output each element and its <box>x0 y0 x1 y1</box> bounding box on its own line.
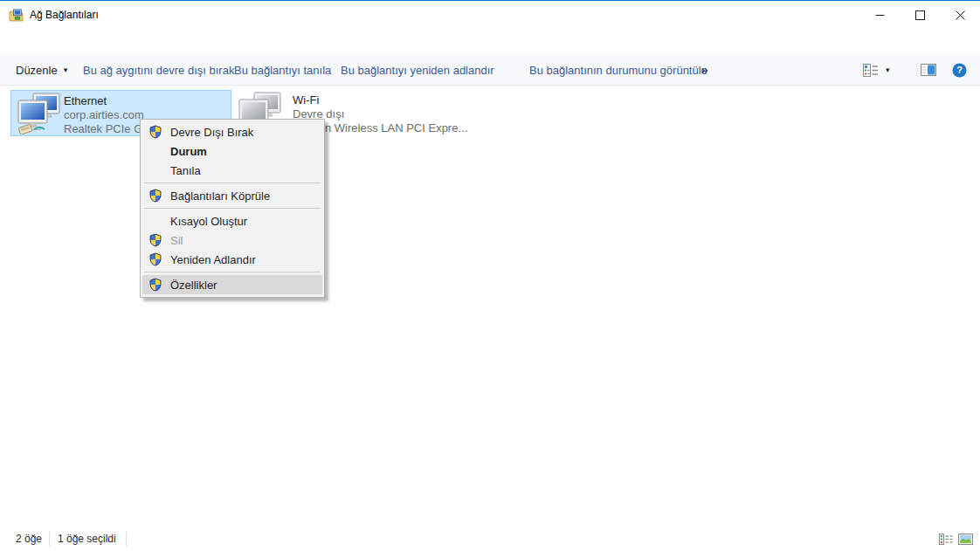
preview-pane-button[interactable] <box>921 55 936 85</box>
maximize-button[interactable] <box>900 2 940 29</box>
uac-shield-icon <box>148 125 162 139</box>
selection-count: 1 öğe seçildi <box>58 533 116 545</box>
svg-text:?: ? <box>956 65 963 75</box>
close-button[interactable] <box>940 2 980 29</box>
connection-status: corp.airties.com <box>64 108 144 121</box>
menu-item-rename[interactable]: Yeniden Adlandır <box>142 250 322 269</box>
menu-item-label: Özellikler <box>170 279 217 292</box>
menu-item-create-shortcut[interactable]: Kısayol Oluştur <box>142 211 322 231</box>
more-commands-button[interactable]: » <box>701 55 708 85</box>
connection-name: Wi-Fi <box>293 93 319 107</box>
command-rename[interactable]: Bu bağlantıyı yeniden adlandır <box>341 55 494 85</box>
minimize-button[interactable] <box>859 2 900 29</box>
connection-name: Ethernet <box>64 94 107 107</box>
title-bar: Ağ Bağlantıları <box>0 2 980 29</box>
menu-item-label: Tanıla <box>170 164 201 177</box>
help-button[interactable]: ? <box>952 55 967 85</box>
menu-item-bridge-connections[interactable]: Bağlantıları Köprüle <box>142 186 322 205</box>
menu-item-label: Sil <box>170 234 183 247</box>
caption-buttons <box>859 2 980 29</box>
menu-item-label: Durum <box>170 145 207 158</box>
item-count: 2 öğe <box>16 533 42 545</box>
chevron-down-icon: ▾ <box>64 65 68 74</box>
menu-separator <box>144 183 321 183</box>
ethernet-adapter-icon <box>17 93 62 137</box>
details-view-icon <box>939 534 953 545</box>
command-disable-device[interactable]: Bu ağ aygıtını devre dışı bırak <box>83 55 234 85</box>
command-view-status[interactable]: Bu bağlantının durumunu görüntüle <box>529 55 707 85</box>
uac-shield-icon <box>148 189 162 203</box>
command-diagnose[interactable]: Bu bağlantıyı tanıla <box>234 55 331 85</box>
menu-item-label: Devre Dışı Bırak <box>170 126 253 139</box>
navigation-bar: › Denetim Masası › Ağ ve Internet › Ağ B… <box>0 29 980 55</box>
items-view[interactable]: Ethernet corp.airties.com Realtek PCIe G… <box>0 86 980 527</box>
menu-item-diagnose[interactable]: Tanıla <box>142 161 322 180</box>
uac-shield-icon <box>148 252 162 266</box>
organize-menu-button[interactable]: Düzenle ▾ <box>16 55 67 85</box>
menu-item-status[interactable]: Durum <box>142 141 322 161</box>
window-title: Ağ Bağlantıları <box>30 9 99 21</box>
uac-shield-icon <box>148 278 162 292</box>
status-bar: 2 öğe 1 öğe seçildi <box>0 527 980 551</box>
menu-item-properties[interactable]: Özellikler <box>142 275 322 294</box>
network-connections-window: Ağ Bağlantıları <box>0 0 980 551</box>
chevron-down-icon: ▾ <box>886 65 890 74</box>
window-icon <box>9 8 24 23</box>
preview-pane-icon <box>921 64 936 76</box>
menu-item-label: Kısayol Oluştur <box>170 215 247 228</box>
help-icon: ? <box>952 63 967 78</box>
menu-item-delete[interactable]: Sil <box>142 231 322 250</box>
minimize-icon <box>875 10 885 20</box>
thumbnails-view-button[interactable] <box>957 533 973 546</box>
command-bar: Düzenle ▾ Bu ağ aygıtını devre dışı bıra… <box>0 55 980 86</box>
status-separator <box>49 532 50 546</box>
organize-label: Düzenle <box>16 64 58 77</box>
connection-device-partial: n Wireless LAN PCI Expre... <box>325 121 467 134</box>
details-view-button[interactable] <box>938 533 954 546</box>
view-options-icon <box>863 64 879 77</box>
uac-shield-icon <box>148 233 162 247</box>
menu-item-label: Bağlantıları Köprüle <box>170 189 270 203</box>
menu-separator <box>144 272 321 272</box>
close-icon <box>956 10 965 20</box>
maximize-icon <box>915 10 925 20</box>
menu-item-disable[interactable]: Devre Dışı Bırak <box>142 122 322 141</box>
context-menu: Devre Dışı Bırak Durum Tanıla Bağlantıla… <box>140 119 325 298</box>
menu-separator <box>144 208 321 209</box>
status-separator <box>126 532 127 546</box>
menu-item-label: Yeniden Adlandır <box>170 253 256 266</box>
view-options-button[interactable]: ▾ <box>863 55 890 85</box>
thumbnails-view-icon <box>958 534 973 545</box>
